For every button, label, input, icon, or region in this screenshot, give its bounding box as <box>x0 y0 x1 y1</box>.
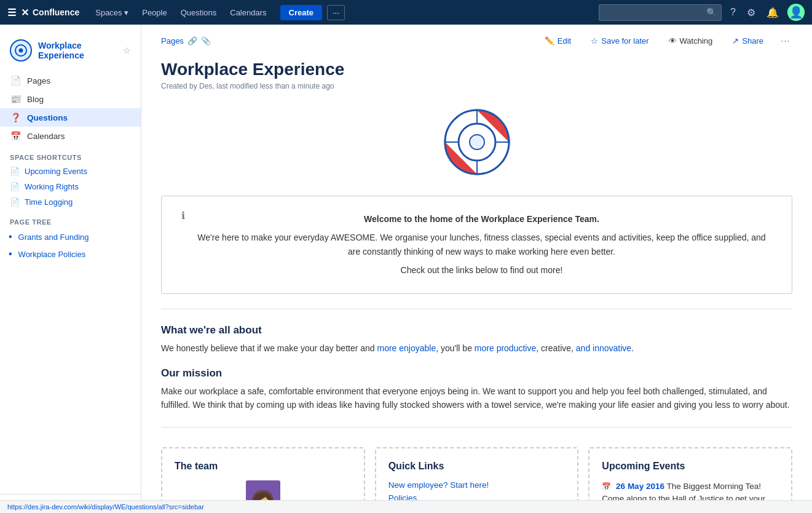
event-date-1: 26 May 2016 <box>616 482 664 491</box>
space-shortcuts-heading: SPACE SHORTCUTS <box>0 145 141 164</box>
edit-icon: ✏️ <box>545 36 554 46</box>
page-tree-item-policies[interactable]: Workplace Policies <box>0 245 141 263</box>
page-title: Workplace Experience <box>161 60 792 79</box>
svg-point-1 <box>19 49 23 53</box>
space-icon <box>10 39 32 62</box>
pages-label: Pages <box>27 76 50 86</box>
quicklink-new-employee[interactable]: New employee? Start here! <box>388 480 566 490</box>
breadcrumb-actions: ✏️ Edit ☆ Save for later 👁 Watching ↗ Sh… <box>540 32 792 50</box>
pages-icon: 📄 <box>10 76 21 86</box>
search-input[interactable] <box>599 4 722 21</box>
nav-questions[interactable]: Questions <box>175 6 223 20</box>
sidebar-item-pages[interactable]: 📄 Pages <box>0 71 141 90</box>
settings-button[interactable]: ⚙ <box>744 4 758 21</box>
more-enjoyable-link[interactable]: more enjoyable <box>377 343 436 353</box>
what-section-title: What we're all about <box>161 324 792 336</box>
more-actions-button[interactable]: ··· <box>778 32 792 50</box>
more-productive-link[interactable]: more productive <box>475 343 536 353</box>
user-avatar[interactable]: 👤 <box>787 4 805 21</box>
more-options-button[interactable]: ··· <box>327 5 345 20</box>
blog-icon: 📰 <box>10 94 21 104</box>
notifications-button[interactable]: 🔔 <box>764 4 781 21</box>
info-line3: Check out the links below to find out mo… <box>191 263 772 277</box>
divider-2 <box>161 427 792 427</box>
grants-label: Grants and Funding <box>18 233 89 242</box>
breadcrumb: Pages 🔗 📎 <box>161 36 211 46</box>
eye-icon: 👁 <box>669 36 677 46</box>
sidebar-item-questions[interactable]: ❓ Questions <box>0 108 141 127</box>
what-section-text: We honestly believe that if we make your… <box>161 341 792 355</box>
star-icon: ☆ <box>591 36 598 46</box>
page-content: Workplace Experience Created by Des, las… <box>141 50 812 513</box>
nav-calendars[interactable]: Calendars <box>224 6 272 20</box>
top-nav-right: 🔍 ? ⚙ 🔔 👤 <box>599 4 805 21</box>
mission-section-text: Make our workplace a safe, comfortable e… <box>161 384 792 412</box>
confluence-x-icon: ✕ <box>21 7 29 18</box>
space-header: Workplace Experience ☆ <box>0 34 141 71</box>
app-logo[interactable]: ☰ ✕ Confluence <box>7 7 79 18</box>
help-button[interactable]: ? <box>728 4 738 20</box>
breadcrumb-bar: Pages 🔗 📎 ✏️ Edit ☆ Save for later 👁 Wat… <box>141 25 812 50</box>
breadcrumb-pages[interactable]: Pages <box>161 36 184 46</box>
blog-label: Blog <box>27 95 44 104</box>
share-button[interactable]: ↗ Share <box>727 34 768 48</box>
top-navigation: ☰ ✕ Confluence Spaces ▾ People Questions… <box>0 0 812 25</box>
questions-label: Questions <box>27 113 68 122</box>
search-icon: 🔍 <box>706 7 717 17</box>
life-preserver-graphic <box>440 105 514 181</box>
info-line2: We're here to make your everyday AWESOME… <box>191 231 772 258</box>
calendars-icon: 📅 <box>10 131 21 141</box>
shortcut-time-logging[interactable]: 📄 Time Logging <box>0 194 141 210</box>
sidebar-item-calendars[interactable]: 📅 Calendars <box>0 127 141 145</box>
hero-image <box>161 105 792 181</box>
upcoming-events-icon: 📄 <box>10 167 20 176</box>
status-bar: https://des.jira-dev.com/wiki/display/WE… <box>0 500 812 513</box>
main-layout: Workplace Experience ☆ 📄 Pages 📰 Blog ❓ … <box>0 25 812 513</box>
share-icon: ↗ <box>732 36 739 46</box>
info-line1: Welcome to the home of the Workplace Exp… <box>191 212 772 226</box>
policies-label: Workplace Policies <box>18 250 86 259</box>
favorite-star-icon[interactable]: ☆ <box>123 46 131 55</box>
hamburger-icon[interactable]: ☰ <box>7 7 16 18</box>
edit-button[interactable]: ✏️ Edit <box>540 34 576 48</box>
space-name[interactable]: Workplace Experience <box>38 41 117 60</box>
page-tree-heading: PAGE TREE <box>0 210 141 228</box>
divider-1 <box>161 309 792 309</box>
time-logging-icon: 📄 <box>10 197 20 207</box>
quick-links-title: Quick Links <box>388 461 566 472</box>
sidebar-item-blog[interactable]: 📰 Blog <box>0 90 141 108</box>
info-box: ℹ Welcome to the home of the Workplace E… <box>161 196 792 294</box>
info-circle-icon: ℹ <box>181 210 185 221</box>
page-tree-item-grants[interactable]: Grants and Funding <box>0 228 141 245</box>
calendars-label: Calendars <box>27 132 65 141</box>
calendar-icon-1: 📅 <box>602 481 611 492</box>
app-name: Confluence <box>33 7 79 17</box>
events-card-title: Upcoming Events <box>602 461 779 472</box>
and-innovative-link[interactable]: and innovative <box>576 343 631 353</box>
breadcrumb-attach-icon: 📎 <box>201 36 211 46</box>
main-content: Pages 🔗 📎 ✏️ Edit ☆ Save for later 👁 Wat… <box>141 25 812 513</box>
page-meta: Created by Des, last modified less than … <box>161 82 792 90</box>
working-rights-label: Working Rights <box>25 182 79 191</box>
svg-point-5 <box>470 135 484 149</box>
status-url: https://des.jira-dev.com/wiki/display/WE… <box>7 503 204 511</box>
questions-icon: ❓ <box>10 113 21 122</box>
team-card-title: The team <box>175 461 352 472</box>
watching-button[interactable]: 👁 Watching <box>664 34 718 48</box>
shortcut-upcoming-events[interactable]: 📄 Upcoming Events <box>0 164 141 179</box>
breadcrumb-link-icon: 🔗 <box>187 36 197 46</box>
time-logging-label: Time Logging <box>25 197 73 207</box>
shortcut-working-rights[interactable]: 📄 Working Rights <box>0 179 141 194</box>
save-for-later-button[interactable]: ☆ Save for later <box>586 34 653 48</box>
nav-spaces[interactable]: Spaces ▾ <box>89 6 135 20</box>
upcoming-events-label: Upcoming Events <box>25 167 87 176</box>
top-nav-links: Spaces ▾ People Questions Calendars <box>89 6 272 20</box>
working-rights-icon: 📄 <box>10 182 20 191</box>
create-button[interactable]: Create <box>280 5 322 20</box>
sidebar: Workplace Experience ☆ 📄 Pages 📰 Blog ❓ … <box>0 25 141 513</box>
mission-section-title: Our mission <box>161 367 792 380</box>
nav-people[interactable]: People <box>136 6 173 20</box>
